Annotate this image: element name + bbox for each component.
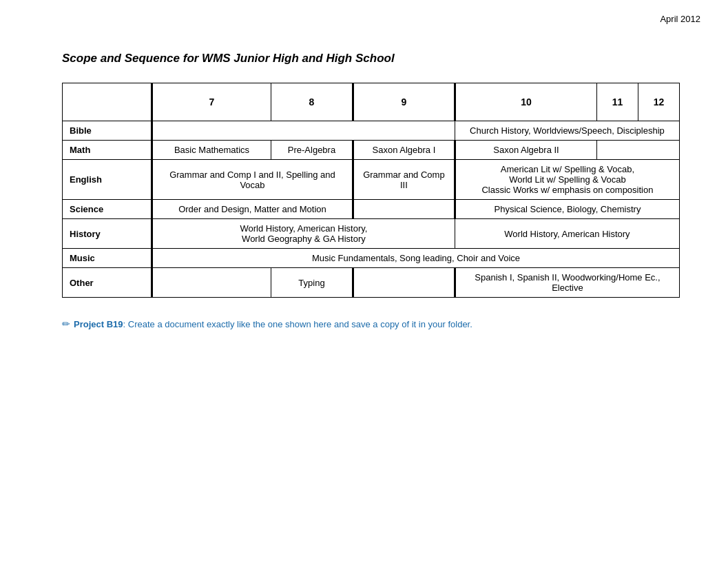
- project-label: Project B19: [74, 319, 123, 329]
- header-grade-8: 8: [271, 83, 353, 121]
- table-row-english: English Grammar and Comp I and II, Spell…: [63, 160, 680, 200]
- subject-history: History: [63, 219, 152, 249]
- header-subject-cell: [63, 83, 152, 121]
- project-text: : Create a document exactly like the one…: [123, 319, 472, 329]
- music-all: Music Fundamentals, Song leading, Choir …: [152, 249, 680, 268]
- english-grade-9: Grammar and Comp III: [353, 160, 455, 200]
- header-grade-11: 11: [597, 83, 638, 121]
- science-grade-10-12: Physical Science, Biology, Chemistry: [455, 200, 679, 219]
- science-grade-9: [353, 200, 455, 219]
- history-jr-high: World History, American History,World Ge…: [152, 219, 455, 249]
- header-grade-12: 12: [638, 83, 680, 121]
- math-grade-9: Saxon Algebra I: [353, 141, 455, 160]
- table-row-history: History World History, American History,…: [63, 219, 680, 249]
- subject-music: Music: [63, 249, 152, 268]
- subject-bible: Bible: [63, 121, 152, 141]
- page-title: Scope and Sequence for WMS Junior High a…: [62, 52, 700, 65]
- other-grade-8: Typing: [271, 268, 353, 298]
- pencil-icon: ✏: [62, 318, 70, 329]
- other-grade-7: [152, 268, 271, 298]
- other-grade-9: [353, 268, 455, 298]
- subject-english: English: [63, 160, 152, 200]
- subject-math: Math: [63, 141, 152, 160]
- science-grade-7-8: Order and Design, Matter and Motion: [152, 200, 353, 219]
- table-header-row: 7 8 9 10 11 12: [63, 83, 680, 121]
- subject-other: Other: [63, 268, 152, 298]
- table-row-bible: Bible Church History, Worldviews/Speech,…: [63, 121, 680, 141]
- math-grade-8: Pre-Algebra: [271, 141, 353, 160]
- table-row-math: Math Basic Mathematics Pre-Algebra Saxon…: [63, 141, 680, 160]
- scope-sequence-table: 7 8 9 10 11 12 Bible Church History, Wor…: [62, 83, 680, 298]
- other-grade-10-12: Spanish I, Spanish II, Woodworking/Home …: [455, 268, 679, 298]
- bible-jr-high: [152, 121, 455, 141]
- math-grade-7: Basic Mathematics: [152, 141, 271, 160]
- bible-high-school: Church History, Worldviews/Speech, Disci…: [455, 121, 679, 141]
- english-grade-10-12: American Lit w/ Spelling & Vocab,World L…: [455, 160, 679, 200]
- english-grade-7-8: Grammar and Comp I and II, Spelling and …: [152, 160, 353, 200]
- history-high-school: World History, American History: [455, 219, 679, 249]
- header-grade-10: 10: [455, 83, 596, 121]
- scope-sequence-table-wrapper: 7 8 9 10 11 12 Bible Church History, Wor…: [62, 83, 680, 298]
- table-row-music: Music Music Fundamentals, Song leading, …: [63, 249, 680, 268]
- project-line: ✏Project B19: Create a document exactly …: [62, 318, 700, 329]
- subject-science: Science: [63, 200, 152, 219]
- table-row-science: Science Order and Design, Matter and Mot…: [63, 200, 680, 219]
- math-grade-10: Saxon Algebra II: [455, 141, 596, 160]
- math-grade-11-12: [597, 141, 680, 160]
- header-grade-7: 7: [152, 83, 271, 121]
- date-label: April 2012: [28, 14, 700, 24]
- table-row-other: Other Typing Spanish I, Spanish II, Wood…: [63, 268, 680, 298]
- header-grade-9: 9: [353, 83, 455, 121]
